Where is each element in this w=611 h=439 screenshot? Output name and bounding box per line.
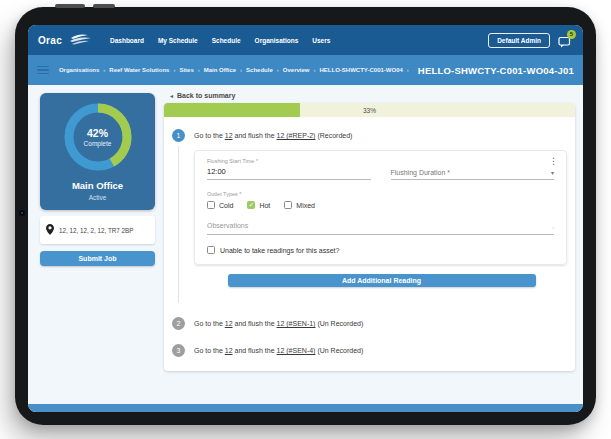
asset-link[interactable]: 12 — [225, 347, 233, 354]
resize-grip-icon: ⌟ — [552, 223, 554, 229]
step-2: 2 Go to the 12 and flush the 12 (#SEN-1)… — [169, 317, 569, 330]
unable-readings-checkbox[interactable]: ✓ Unable to take readings for this asset… — [207, 246, 554, 254]
progress-donut: 42% Complete — [62, 101, 134, 173]
asset-link[interactable]: 12 — [225, 320, 233, 327]
breadcrumb-separator-icon: › — [198, 67, 200, 73]
default-admin-button[interactable]: Default Admin — [488, 33, 550, 48]
breadcrumb-organisations[interactable]: Organisations — [59, 67, 99, 73]
asset-link[interactable]: 12 (#SEN-1) — [277, 320, 316, 327]
main-nav: Dashboard My Schedule Schedule Organisat… — [110, 37, 330, 44]
back-arrow-icon: ◂ — [170, 92, 173, 99]
dropdown-caret-icon: ▾ — [551, 169, 554, 176]
add-additional-reading-button[interactable]: Add Additional Reading — [228, 274, 536, 287]
checkbox-mixed[interactable]: ✓ Mixed — [284, 201, 315, 209]
outlet-types-label: Outlet Types * — [207, 191, 554, 197]
job-progress-label: 33% — [164, 103, 575, 117]
app-screen: Orac Dashboard My Schedule Schedule Orga… — [28, 25, 583, 412]
nav-dashboard[interactable]: Dashboard — [110, 37, 144, 44]
step-3: 3 Go to the 12 and flush the 12 (#SEN-4)… — [169, 344, 569, 357]
tablet-frame: Orac Dashboard My Schedule Schedule Orga… — [15, 7, 596, 425]
observations-field[interactable]: Observations ⌟ — [207, 222, 554, 235]
location-pin-icon — [46, 221, 54, 239]
task-stepper: 1 Go to the 12 and flush the 12 (#REP-2)… — [164, 117, 575, 371]
asset-link[interactable]: 12 (#REP-2) — [277, 132, 316, 139]
breadcrumb-work-order[interactable]: HELLO-SHWCTY-C001-WO04 — [319, 67, 402, 73]
orac-swoosh-logo-icon — [68, 31, 94, 49]
site-name: Main Office — [46, 180, 149, 191]
job-steps-card: 33% 1 Go to the 12 and flush the 12 ( — [164, 103, 575, 371]
job-sidebar: 42% Complete Main Office Active 12, 12, … — [28, 85, 160, 404]
progress-caption: Complete — [84, 140, 112, 147]
breadcrumb-separator-icon: › — [407, 67, 409, 73]
tablet-front-camera — [19, 210, 25, 216]
site-address-row: 12, 12, 12, 2, 12, TR7 2BP — [40, 216, 155, 244]
nav-schedule[interactable]: Schedule — [212, 37, 241, 44]
breadcrumb-reef-water-solutions[interactable]: Reef Water Solutions — [109, 67, 169, 73]
nav-organisations[interactable]: Organisations — [255, 37, 299, 44]
check-icon: ✓ — [249, 202, 254, 209]
kebab-menu-icon[interactable]: ⋮ — [549, 157, 558, 166]
breadcrumb-schedule[interactable]: Schedule — [246, 67, 273, 73]
step-2-number: 2 — [172, 317, 185, 330]
step-2-title: Go to the 12 and flush the 12 (#SEN-1) (… — [194, 317, 569, 330]
flushing-duration-field[interactable]: Flushing Duration * ▾ — [391, 158, 555, 180]
step-1: 1 Go to the 12 and flush the 12 (#REP-2)… — [169, 129, 569, 303]
tablet-volume-button — [55, 4, 85, 8]
checkbox-hot[interactable]: ✓ Hot — [247, 201, 270, 209]
site-progress-card: 42% Complete Main Office Active — [40, 93, 155, 210]
asset-link[interactable]: 12 (#SEN-4) — [277, 347, 316, 354]
checkbox-cold[interactable]: ✓ Cold — [207, 201, 233, 209]
app-header: Orac Dashboard My Schedule Schedule Orga… — [28, 25, 583, 55]
flushing-start-time-input[interactable]: 12:00 — [207, 167, 371, 180]
flushing-duration-select[interactable]: Flushing Duration * ▾ — [391, 169, 555, 180]
notification-badge: 5 — [567, 30, 576, 39]
site-status: Active — [46, 194, 149, 201]
flushing-start-time-label: Flushing Start Time * — [207, 158, 371, 164]
footer-bar — [28, 404, 583, 412]
breadcrumb-separator-icon: › — [277, 67, 279, 73]
messages-icon[interactable]: 5 — [558, 34, 573, 47]
breadcrumb-separator-icon: › — [173, 67, 175, 73]
step-1-number: 1 — [172, 129, 185, 142]
breadcrumb-separator-icon: › — [240, 67, 242, 73]
app-logo-text: Orac — [38, 35, 62, 46]
step-1-title: Go to the 12 and flush the 12 (#REP-2) (… — [194, 129, 569, 142]
back-to-summary-link[interactable]: ◂ Back to summary — [170, 92, 575, 99]
tablet-volume-button — [93, 4, 115, 8]
site-address: 12, 12, 12, 2, 12, TR7 2BP — [59, 227, 133, 234]
job-progress-bar: 33% — [164, 103, 575, 117]
outlet-types-group: ✓ Cold ✓ Hot ✓ — [207, 201, 554, 209]
progress-percent: 42% — [87, 127, 108, 139]
breadcrumb-sites[interactable]: Sites — [179, 67, 193, 73]
breadcrumb-separator-icon: › — [313, 67, 315, 73]
breadcrumb-bar: Organisations › Reef Water Solutions › S… — [28, 55, 583, 85]
submit-job-button[interactable]: Submit Job — [40, 251, 155, 266]
nav-my-schedule[interactable]: My Schedule — [158, 37, 198, 44]
step-3-title: Go to the 12 and flush the 12 (#SEN-4) (… — [194, 344, 569, 357]
asset-link[interactable]: 12 — [225, 132, 233, 139]
step-3-number: 3 — [172, 344, 185, 357]
job-detail-panel: ◂ Back to summary 33% 1 — [160, 85, 583, 404]
page-title: HELLO-SHWCTY-C001-WO04-J01 — [418, 65, 574, 76]
nav-users[interactable]: Users — [312, 37, 330, 44]
step-connector — [178, 146, 179, 303]
menu-icon[interactable] — [37, 66, 49, 75]
breadcrumb: Organisations › Reef Water Solutions › S… — [59, 65, 574, 76]
breadcrumb-overview[interactable]: Overview — [283, 67, 310, 73]
breadcrumb-main-office[interactable]: Main Office — [204, 67, 236, 73]
breadcrumb-separator-icon: › — [103, 67, 105, 73]
reading-form: ⋮ Flushing Start Time * 12:00 — [194, 150, 567, 265]
flushing-start-time-field[interactable]: Flushing Start Time * 12:00 — [207, 158, 371, 180]
